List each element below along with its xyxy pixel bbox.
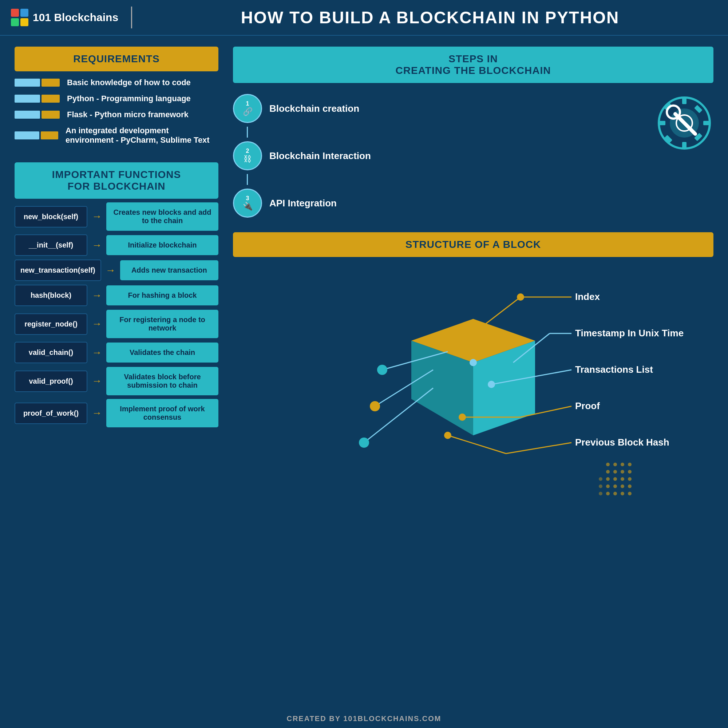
page-title: HOW TO BUILD A BLOCKCHAIN IN PYTHON (143, 8, 717, 27)
step-circle-2: 3 🔌 (233, 188, 262, 218)
fn-arrow-3: → (92, 290, 102, 301)
svg-point-51 (621, 477, 624, 481)
fn-item-0: new_block(self) → Creates new blocks and… (15, 202, 219, 231)
svg-point-41 (606, 463, 610, 466)
functions-title-line2: FOR BLOCKCHAIN (67, 180, 165, 192)
fn-desc-2: Adds new transaction (120, 260, 219, 280)
svg-rect-3 (682, 142, 687, 149)
svg-rect-2 (682, 97, 687, 104)
step-label-2: API Integration (269, 198, 337, 209)
step-label-0: Blockchain creation (269, 103, 359, 114)
functions-title-line1: IMPORTANT FUNCTIONS (52, 169, 181, 180)
svg-point-54 (613, 485, 617, 488)
svg-point-58 (613, 492, 617, 496)
fn-item-1: __init__(self) → Initialize blockchain (15, 234, 219, 256)
steps-title-line1: STEPS IN (448, 53, 498, 64)
svg-rect-4 (658, 121, 665, 125)
svg-point-60 (628, 492, 632, 496)
header-divider (131, 6, 132, 28)
fn-item-2: new_transaction(self) → Adds new transac… (15, 260, 219, 281)
svg-text:Index: Index (575, 291, 600, 302)
svg-point-47 (621, 470, 624, 474)
svg-line-27 (448, 435, 506, 454)
fn-name-7: proof_of_work() (15, 402, 87, 424)
fn-name-3: hash(block) (15, 284, 87, 306)
block-structure-header: STRUCTURE OF A BLOCK (233, 232, 713, 257)
svg-point-23 (488, 381, 495, 388)
fn-arrow-2: → (106, 265, 116, 276)
block-structure-section: STRUCTURE OF A BLOCK (233, 232, 713, 698)
requirements-header: REQUIREMENTS (15, 47, 219, 71)
fn-desc-3: For hashing a block (106, 285, 219, 305)
svg-point-48 (628, 470, 632, 474)
fn-arrow-4: → (92, 318, 102, 330)
req-item-1: Basic knowledge of how to code (15, 78, 219, 87)
steps-flow: 1 🔗 Blockchain creation 2 ⛓ Blockchain I… (233, 90, 371, 221)
logo-sq-blue (20, 9, 28, 17)
fn-item-5: valid_chain() → Validates the chain (15, 342, 219, 363)
req-bar-3 (15, 111, 60, 119)
svg-point-52 (628, 477, 632, 481)
fn-item-3: hash(block) → For hashing a block (15, 284, 219, 306)
fn-name-1: __init__(self) (15, 234, 87, 256)
left-column: REQUIREMENTS Basic knowledge of how to c… (15, 47, 219, 698)
svg-point-42 (613, 463, 617, 466)
step-circle-0: 1 🔗 (233, 94, 262, 123)
steps-list: 1 🔗 Blockchain creation 2 ⛓ Blockchain I… (233, 90, 713, 221)
functions-list: new_block(self) → Creates new blocks and… (15, 202, 219, 427)
step-icon-0: 🔗 (243, 107, 252, 116)
req-bar-blue-3 (15, 111, 40, 119)
svg-point-29 (444, 432, 451, 439)
req-bar-gold-3 (41, 111, 60, 119)
main-content: REQUIREMENTS Basic knowledge of how to c… (0, 36, 728, 709)
fn-item-4: register_node() → For registering a node… (15, 310, 219, 338)
svg-point-26 (459, 413, 466, 421)
req-text-1: Basic knowledge of how to code (67, 78, 191, 87)
step-item-0: 1 🔗 Blockchain creation (233, 94, 359, 123)
fn-arrow-0: → (92, 211, 102, 222)
fn-arrow-1: → (92, 240, 102, 251)
svg-rect-8 (664, 135, 673, 144)
fn-desc-4: For registering a node to network (106, 310, 219, 338)
req-bar-gold-1 (41, 79, 60, 87)
svg-point-49 (606, 477, 610, 481)
fn-arrow-6: → (92, 375, 102, 387)
svg-point-57 (606, 492, 610, 496)
svg-point-46 (613, 470, 617, 474)
req-bar-blue-4 (15, 132, 39, 139)
requirements-list: Basic knowledge of how to code Python - … (15, 78, 219, 145)
logo-sq-yellow (20, 18, 28, 26)
fn-desc-1: Initialize blockchain (106, 235, 219, 255)
step-label-1: Blockchain Interaction (269, 150, 371, 162)
svg-point-21 (470, 359, 477, 366)
logo-sq-red (11, 9, 19, 17)
req-item-2: Python - Programming language (15, 94, 219, 103)
step-num-2: 3 (246, 195, 249, 202)
step-circle-1: 2 ⛓ (233, 141, 262, 170)
svg-rect-7 (694, 105, 702, 113)
svg-point-33 (370, 401, 380, 411)
tools-icon (655, 94, 713, 152)
svg-point-59 (621, 492, 624, 496)
fn-name-4: register_node() (15, 314, 87, 335)
svg-point-50 (613, 477, 617, 481)
svg-point-63 (599, 492, 603, 496)
step-item-1: 2 ⛓ Blockchain Interaction (233, 141, 371, 170)
requirements-section: REQUIREMENTS Basic knowledge of how to c… (15, 47, 219, 151)
fn-name-5: valid_chain() (15, 342, 87, 363)
footer: CREATED BY 101BLOCKCHAINS.COM (0, 710, 728, 728)
svg-line-28 (506, 443, 572, 454)
svg-point-55 (621, 485, 624, 488)
step-connector-0 (247, 127, 248, 138)
req-bar-2 (15, 95, 60, 102)
req-bar-4 (15, 132, 58, 139)
step-icon-1: ⛓ (243, 154, 252, 164)
step-num-0: 1 (246, 101, 249, 107)
svg-line-31 (364, 388, 433, 443)
step-item-2: 3 🔌 API Integration (233, 188, 337, 218)
svg-text:Transactions List: Transactions List (575, 364, 653, 375)
step-connector-1 (247, 174, 248, 185)
steps-header: STEPS IN CREATING THE BLOCKCHAIN (233, 47, 713, 83)
fn-name-0: new_block(self) (15, 206, 87, 228)
steps-section: STEPS IN CREATING THE BLOCKCHAIN 1 🔗 Blo… (233, 47, 713, 221)
